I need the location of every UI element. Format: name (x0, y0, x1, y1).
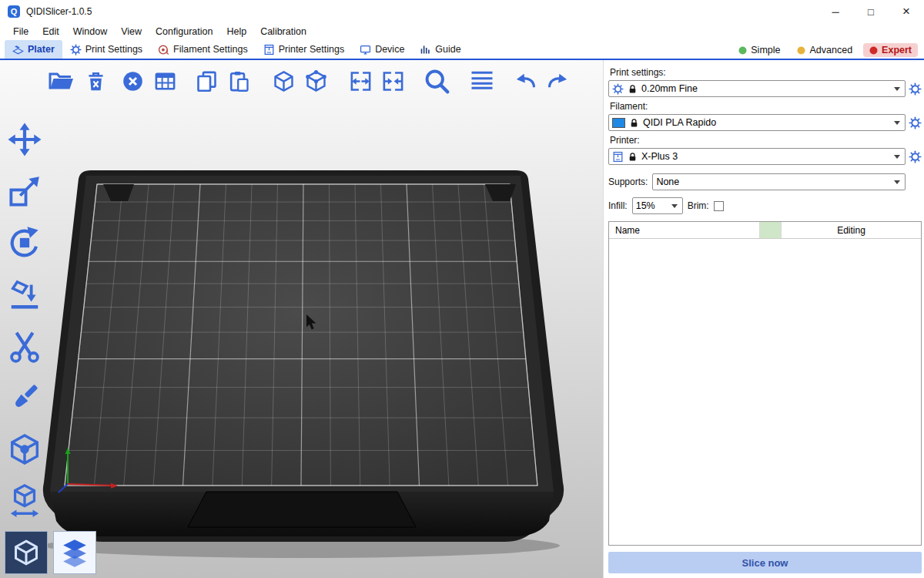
tab-guide[interactable]: Guide (412, 40, 468, 59)
mode-switcher: Simple Advanced Expert (732, 43, 924, 59)
seam-button[interactable] (7, 432, 42, 467)
cut-button[interactable] (7, 328, 42, 364)
window-controls: ─ □ × (818, 0, 924, 23)
supports-combo[interactable]: None (652, 173, 906, 190)
menu-item-edit[interactable]: Edit (35, 26, 66, 37)
printer-settings-icon (263, 44, 275, 55)
printer-label: Printer: (610, 135, 922, 146)
tab-device[interactable]: Device (352, 40, 412, 59)
tab-printer-settings[interactable]: Printer Settings (256, 40, 352, 59)
folder-open-icon (48, 67, 75, 95)
rotate-button[interactable] (7, 225, 42, 260)
split-parts-icon (381, 69, 405, 93)
editor-3d-view-button[interactable] (5, 531, 48, 574)
scale-button[interactable] (7, 173, 42, 209)
main-area: Print settings: 0.20mm Fine Filament: QI… (0, 60, 924, 578)
split-objects-icon (349, 69, 373, 93)
maximize-button[interactable]: □ (853, 0, 889, 23)
tab-plater-label: Plater (28, 44, 55, 55)
copy-icon (195, 69, 219, 93)
brim-checkbox[interactable] (714, 201, 724, 211)
object-list[interactable]: Name Editing (608, 221, 922, 546)
measure-icon (7, 483, 42, 519)
menu-item-configuration[interactable]: Configuration (149, 26, 219, 37)
advanced-mode-dot-icon (797, 46, 805, 55)
copy-button[interactable] (195, 69, 219, 93)
filament-gear-button[interactable] (909, 116, 922, 129)
place-on-face-button[interactable] (7, 277, 42, 312)
arrange-button[interactable] (153, 69, 177, 93)
cube-3d-icon (12, 538, 41, 567)
column-extruder-color (760, 222, 782, 238)
object-list-body (609, 239, 921, 545)
tab-plater[interactable]: Plater (5, 40, 62, 59)
move-button[interactable] (7, 122, 42, 157)
delete-button[interactable] (84, 69, 108, 93)
printer-gear-button[interactable] (909, 150, 922, 163)
tab-print-settings[interactable]: Print Settings (62, 40, 150, 59)
view-toggles (5, 531, 96, 574)
column-name: Name (609, 222, 760, 238)
chevron-down-icon (894, 155, 900, 159)
settings-panel: Print settings: 0.20mm Fine Filament: QI… (603, 60, 924, 578)
tab-filament-settings-label: Filament Settings (173, 44, 248, 55)
printer-combo[interactable]: X-Plus 3 (608, 148, 906, 165)
delete-all-button[interactable] (121, 69, 145, 93)
tab-guide-label: Guide (435, 44, 460, 55)
paint-support-button[interactable] (7, 380, 42, 415)
print-settings-combo[interactable]: 0.20mm Fine (608, 80, 906, 97)
brim-label: Brim: (688, 200, 709, 211)
viewport (0, 60, 603, 578)
supports-value: None (656, 176, 890, 187)
rotate-icon (7, 225, 42, 260)
filament-combo[interactable]: QIDI PLA Rapido (608, 114, 906, 131)
menu-item-help[interactable]: Help (219, 26, 253, 37)
chevron-down-icon (671, 204, 678, 208)
place-on-face-icon (7, 277, 42, 312)
measure-button[interactable] (7, 483, 42, 519)
print-settings-label: Print settings: (610, 67, 922, 78)
viewport-3d-scene[interactable] (0, 60, 603, 578)
column-editing: Editing (782, 222, 921, 238)
open-button[interactable] (48, 67, 75, 95)
remove-instance-button[interactable] (304, 69, 328, 93)
app-window: Q QIDISlicer-1.0.5 ─ □ × File Edit Windo… (0, 0, 924, 578)
filament-settings-icon (158, 44, 169, 55)
menu-item-calibration[interactable]: Calibration (253, 26, 313, 37)
infill-combo[interactable]: 15% (632, 197, 683, 214)
filament-color-swatch (612, 118, 625, 128)
menu-item-view[interactable]: View (114, 26, 149, 37)
plater-icon (12, 44, 24, 55)
add-instance-button[interactable] (272, 69, 296, 93)
gear-icon (909, 82, 922, 96)
lock-icon (629, 118, 639, 128)
app-icon: Q (8, 5, 20, 18)
preview-view-button[interactable] (53, 531, 96, 574)
layers-icon (60, 538, 89, 567)
minimize-button[interactable]: ─ (818, 0, 853, 23)
chevron-down-icon (894, 87, 900, 91)
print-settings-gear-button[interactable] (909, 82, 922, 96)
menu-item-window[interactable]: Window (66, 26, 114, 37)
mode-simple[interactable]: Simple (732, 43, 786, 57)
menu-item-file[interactable]: File (6, 26, 35, 37)
undo-button[interactable] (514, 69, 537, 93)
slice-now-button[interactable]: Slice now (608, 552, 922, 573)
scissors-icon (7, 328, 42, 364)
trash-icon (84, 69, 108, 93)
tab-filament-settings[interactable]: Filament Settings (150, 40, 256, 59)
variable-layer-height-button[interactable] (468, 67, 496, 95)
split-objects-button[interactable] (349, 69, 373, 93)
tab-printer-settings-label: Printer Settings (279, 44, 344, 55)
mode-advanced[interactable]: Advanced (791, 43, 859, 57)
redo-button[interactable] (546, 69, 570, 93)
paste-button[interactable] (227, 69, 251, 93)
mode-expert[interactable]: Expert (863, 43, 918, 57)
mode-expert-label: Expert (882, 45, 912, 55)
object-list-header: Name Editing (609, 222, 921, 239)
split-parts-button[interactable] (381, 69, 405, 93)
infill-label: Infill: (608, 200, 628, 211)
supports-label: Supports: (608, 176, 648, 187)
search-button[interactable] (423, 67, 450, 95)
close-button[interactable]: × (889, 0, 924, 23)
